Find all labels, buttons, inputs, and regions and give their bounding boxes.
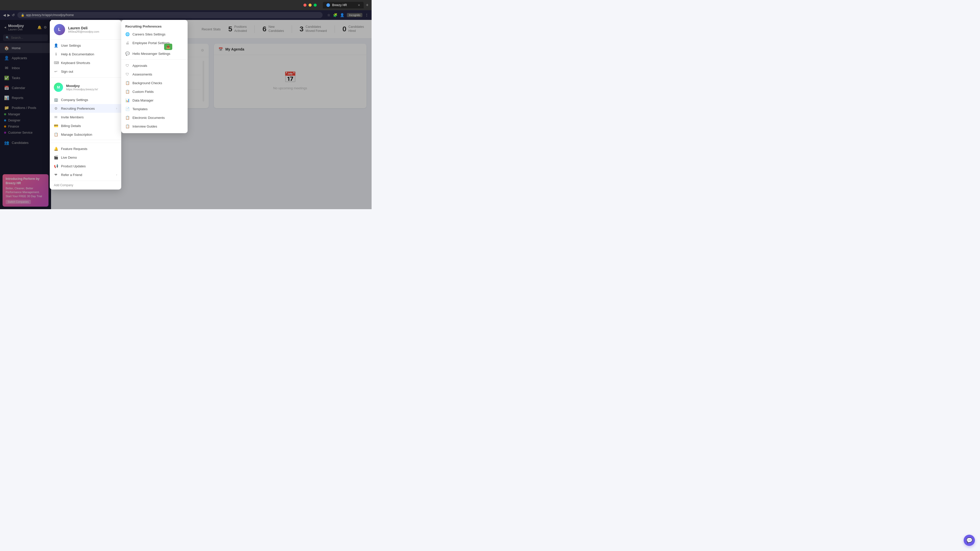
data-manager-label: Data Manager — [132, 98, 153, 102]
billing-icon: 💳 — [54, 124, 58, 128]
employee-portal-upload-row: 📤 — [121, 47, 188, 49]
dropdown-user-email: 840ea2f0@moodjoy.com — [68, 30, 99, 33]
dropdown-company-settings-label: Company Settings — [61, 98, 88, 102]
custom-fields-icon: 📋 — [125, 89, 129, 94]
submenu-item-electronic-docs[interactable]: 📋 Electronic Documents — [121, 113, 188, 122]
assessments-label: Assessments — [132, 73, 152, 76]
refer-friend-chevron: › — [116, 173, 117, 176]
dropdown-billing-label: Billing Details — [61, 124, 81, 128]
help-icon: ℹ — [54, 52, 58, 56]
tab-title: Breezy HR — [332, 3, 347, 7]
recruiting-preferences-submenu: Recruiting Preferences 🌐 Careers Sites S… — [121, 20, 188, 133]
dropdown-item-keyboard[interactable]: ⌨ Keyboard Shortcuts — [50, 59, 121, 67]
minimize-button[interactable] — [309, 3, 312, 6]
submenu-item-hello-messenger[interactable]: 💬 Hello Messenger Settings — [121, 49, 188, 58]
dropdown-item-user-settings[interactable]: 👤 User Settings — [50, 41, 121, 50]
back-button[interactable]: ◀ — [3, 13, 6, 17]
extensions-icon[interactable]: 🧩 — [333, 13, 337, 17]
templates-icon: 📄 — [125, 107, 129, 111]
dropdown-user-header: L Lauren Deli 840ea2f0@moodjoy.com — [50, 20, 121, 40]
submenu-divider-1 — [121, 59, 188, 60]
window-controls — [304, 3, 317, 6]
company-avatar: M — [54, 83, 63, 92]
product-updates-icon: 📢 — [54, 164, 58, 168]
approvals-label: Approvals — [132, 64, 147, 68]
dropdown-item-help-label: Help & Documentation — [61, 52, 94, 56]
custom-fields-label: Custom Fields — [132, 90, 154, 94]
recruiting-submenu-chevron: › — [116, 106, 117, 110]
browser-chrome: Breezy HR ✕ + — [0, 0, 372, 10]
submenu-item-data-manager[interactable]: 📊 Data Manager — [121, 96, 188, 105]
new-tab-button[interactable]: + — [366, 3, 369, 8]
submenu-item-employee-portal[interactable]: 🖨 Employee Portal Settings — [121, 38, 188, 47]
close-button[interactable] — [304, 3, 307, 6]
data-manager-icon: 📊 — [125, 98, 129, 102]
refer-friend-icon: ❤ — [54, 173, 58, 177]
company-section: M Moodjoy https://moodjoy.breezy.hr/ 🏢 C… — [50, 78, 121, 143]
feature-requests-label: Feature Requests — [61, 147, 87, 151]
submenu-item-templates[interactable]: 📄 Templates — [121, 105, 188, 113]
url-bar[interactable]: 🔒 app.breezy.hr/app/c/moodjoy/home — [18, 12, 323, 18]
user-settings-icon: 👤 — [54, 43, 58, 48]
company-item: M Moodjoy https://moodjoy.breezy.hr/ — [50, 80, 121, 94]
company-settings-icon: 🏢 — [54, 98, 58, 102]
submenu-item-custom-fields[interactable]: 📋 Custom Fields — [121, 87, 188, 96]
submenu-title: Recruiting Preferences — [121, 22, 188, 30]
profile-icon[interactable]: 👤 — [340, 13, 344, 17]
add-company-item[interactable]: Add Company — [50, 181, 121, 189]
address-bar: ◀ ▶ ↺ 🔒 app.breezy.hr/app/c/moodjoy/home… — [0, 10, 372, 20]
bookmark-icon[interactable]: ☆ — [327, 13, 331, 17]
menu-icon[interactable]: ⋮ — [365, 13, 369, 17]
interview-guides-label: Interview Guides — [132, 124, 157, 128]
electronic-docs-icon: 📋 — [125, 116, 129, 120]
submenu-item-approvals[interactable]: 🛡 Approvals — [121, 61, 188, 70]
submenu-item-assessments[interactable]: 🛡 Assessments — [121, 70, 188, 79]
url-text: app.breezy.hr/app/c/moodjoy/home — [26, 13, 74, 17]
dropdown-item-invite[interactable]: ✉ Invite Members — [50, 113, 121, 121]
keyboard-icon: ⌨ — [54, 61, 58, 65]
company-name: Moodjoy — [66, 84, 98, 88]
dropdown-item-signout[interactable]: ↩ Sign out — [50, 67, 121, 76]
user-dropdown: L Lauren Deli 840ea2f0@moodjoy.com 👤 Use… — [50, 20, 121, 189]
feature-requests-icon: 🔔 — [54, 147, 58, 151]
reload-button[interactable]: ↺ — [12, 13, 15, 17]
toolbar-icons: ☆ 🧩 👤 Incognito ⋮ — [327, 13, 369, 17]
tab-close-icon[interactable]: ✕ — [358, 3, 360, 7]
maximize-button[interactable] — [313, 3, 317, 6]
submenu-item-background-checks[interactable]: 📋 Background Checks — [121, 79, 188, 87]
dropdown-top-items: 👤 User Settings ℹ Help & Documentation ⌨… — [50, 40, 121, 78]
forward-button[interactable]: ▶ — [7, 13, 10, 17]
electronic-docs-label: Electronic Documents — [132, 116, 165, 120]
upload-icon-box: 📤 — [164, 44, 172, 50]
careers-sites-label: Careers Sites Settings — [132, 32, 165, 36]
templates-label: Templates — [132, 107, 148, 111]
company-info: Moodjoy https://moodjoy.breezy.hr/ — [66, 84, 98, 91]
dropdown-item-billing[interactable]: 💳 Billing Details — [50, 121, 121, 130]
active-tab[interactable]: Breezy HR ✕ — [323, 2, 364, 8]
dropdown-item-user-settings-label: User Settings — [61, 44, 81, 48]
nav-buttons: ◀ ▶ ↺ — [3, 13, 15, 17]
interview-guides-icon: 📋 — [125, 124, 129, 128]
dropdown-item-recruiting-prefs[interactable]: ⚙ Recruiting Preferences › — [50, 104, 121, 113]
feature-items: 🔔 Feature Requests 🎬 Live Demo 📢 Product… — [50, 143, 121, 181]
user-info: Lauren Deli 840ea2f0@moodjoy.com — [68, 26, 99, 33]
dropdown-item-help[interactable]: ℹ Help & Documentation — [50, 50, 121, 59]
dropdown-item-refer-friend[interactable]: ❤ Refer a Friend › — [50, 170, 121, 179]
dropdown-item-subscription[interactable]: 📋 Manage Subscription — [50, 130, 121, 139]
dropdown-invite-label: Invite Members — [61, 115, 84, 119]
tab-favicon — [326, 3, 330, 7]
dropdown-item-company-settings[interactable]: 🏢 Company Settings — [50, 95, 121, 104]
dropdown-item-live-demo[interactable]: 🎬 Live Demo — [50, 153, 121, 162]
hello-messenger-icon: 💬 — [125, 52, 129, 56]
employee-portal-icon: 🖨 — [125, 41, 129, 45]
submenu-item-careers-sites[interactable]: 🌐 Careers Sites Settings — [121, 30, 188, 38]
dropdown-item-feature-requests[interactable]: 🔔 Feature Requests — [50, 144, 121, 153]
dropdown-recruiting-prefs-label: Recruiting Preferences — [61, 106, 95, 110]
dropdown-item-product-updates[interactable]: 📢 Product Updates — [50, 162, 121, 170]
dropdown-item-keyboard-label: Keyboard Shortcuts — [61, 61, 90, 65]
company-url: https://moodjoy.breezy.hr/ — [66, 88, 98, 91]
live-demo-icon: 🎬 — [54, 156, 58, 159]
submenu-item-interview-guides[interactable]: 📋 Interview Guides — [121, 122, 188, 130]
incognito-badge: Incognito — [347, 13, 363, 17]
live-demo-label: Live Demo — [61, 156, 77, 159]
